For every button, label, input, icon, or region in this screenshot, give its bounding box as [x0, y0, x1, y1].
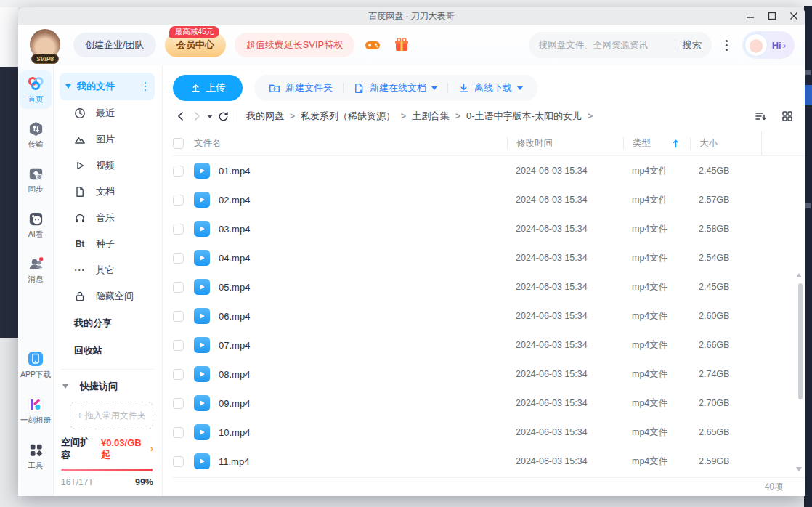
nav-back-button[interactable] — [173, 108, 189, 124]
scrollbar-thumb[interactable] — [798, 283, 803, 399]
file-name[interactable]: 06.mp4 — [219, 311, 507, 322]
item-count: 40项 — [765, 481, 783, 493]
storage-expand-link[interactable]: 空间扩容 ¥0.03/GB起 › — [61, 436, 153, 462]
gift-button[interactable] — [391, 34, 413, 56]
scrollbar-down-arrow[interactable] — [796, 467, 802, 471]
row-checkbox[interactable] — [173, 369, 184, 380]
row-checkbox[interactable] — [173, 398, 184, 409]
maximize-button[interactable] — [761, 7, 783, 25]
sidebar-item-label: 文档 — [96, 185, 115, 198]
assistant-label: Hi — [772, 40, 781, 51]
table-row[interactable]: 04.mp4 2024-06-03 15:34 mp4文件 2.54GB — [173, 243, 805, 272]
row-checkbox[interactable] — [173, 282, 184, 293]
sidebar-item-label: 隐藏空间 — [96, 290, 134, 303]
storage-percent: 99% — [135, 477, 153, 487]
row-checkbox[interactable] — [173, 311, 184, 322]
table-row[interactable]: 10.mp4 2024-06-03 15:34 mp4文件 2.65GB — [173, 418, 805, 447]
row-checkbox[interactable] — [173, 456, 184, 467]
column-header-name[interactable]: 文件名 — [194, 137, 222, 150]
file-type: mp4文件 — [623, 223, 690, 235]
nav-forward-button[interactable] — [189, 108, 205, 124]
table-row[interactable]: 02.mp4 2024-06-03 15:34 mp4文件 2.57GB — [173, 185, 805, 214]
table-row[interactable]: 06.mp4 2024-06-03 15:34 mp4文件 2.60GB — [173, 301, 805, 330]
table-row[interactable]: 08.mp4 2024-06-03 15:34 mp4文件 2.74GB — [173, 360, 805, 389]
column-header-time[interactable]: 修改时间 — [507, 137, 623, 150]
sidebar-item-documents[interactable]: 文档 — [60, 179, 155, 205]
file-name[interactable]: 11.mp4 — [219, 456, 507, 467]
column-header-type[interactable]: 类型 — [623, 137, 690, 150]
file-name[interactable]: 01.mp4 — [219, 166, 507, 177]
row-checkbox[interactable] — [173, 340, 184, 351]
rail-item-ai-view[interactable]: AI看 — [20, 206, 52, 244]
new-folder-button[interactable]: 新建文件夹 — [259, 81, 343, 94]
table-row[interactable]: 07.mp4 2024-06-03 15:34 mp4文件 2.66GB — [173, 330, 805, 360]
breadcrumb-item[interactable]: 土剧合集 — [412, 110, 450, 123]
file-name[interactable]: 07.mp4 — [219, 340, 507, 351]
file-type: mp4文件 — [623, 281, 690, 293]
file-name[interactable]: 03.mp4 — [219, 224, 507, 235]
renew-promo-button[interactable]: 超值续费延长SVIP特权 — [235, 33, 355, 57]
file-name[interactable]: 04.mp4 — [219, 253, 507, 264]
transfer-icon — [28, 121, 44, 137]
close-button[interactable] — [783, 7, 805, 25]
upload-button[interactable]: 上传 — [173, 75, 243, 101]
minimize-button[interactable] — [739, 7, 761, 25]
history-dropdown-button[interactable] — [207, 115, 213, 118]
my-files-more-icon[interactable] — [142, 79, 150, 94]
table-row[interactable]: 03.mp4 2024-06-03 15:34 mp4文件 2.58GB — [173, 214, 805, 243]
row-checkbox[interactable] — [173, 427, 184, 438]
rail-item-messages[interactable]: 消息 — [20, 251, 52, 289]
sidebar-quick-access[interactable]: 快捷访问 — [60, 374, 155, 399]
row-checkbox[interactable] — [173, 166, 184, 177]
rail-item-home[interactable]: 首页 — [20, 70, 52, 109]
column-header-size[interactable]: 大小 — [690, 137, 761, 150]
row-checkbox[interactable] — [173, 253, 184, 264]
drop-favorite-folder-zone[interactable]: + 拖入常用文件夹 — [70, 402, 153, 429]
table-row[interactable]: 11.mp4 2024-06-03 15:34 mp4文件 2.59GB — [173, 447, 805, 476]
sidebar-my-files[interactable]: 我的文件 — [60, 73, 155, 100]
rail-item-sync[interactable]: 同步 — [20, 161, 52, 199]
sidebar-item-my-share[interactable]: 我的分享 — [60, 309, 155, 337]
create-team-button[interactable]: 创建企业/团队 — [73, 33, 156, 57]
rail-item-transfer[interactable]: 传输 — [20, 115, 52, 154]
file-size: 2.65GB — [690, 427, 761, 437]
sidebar-item-images[interactable]: 图片 — [60, 126, 155, 153]
sidebar-item-recycle-bin[interactable]: 回收站 — [60, 337, 155, 365]
row-checkbox[interactable] — [173, 224, 184, 235]
sidebar-item-music[interactable]: 音乐 — [60, 205, 155, 231]
table-row[interactable]: 09.mp4 2024-06-03 15:34 mp4文件 2.70GB — [173, 389, 805, 418]
file-name[interactable]: 05.mp4 — [219, 282, 507, 293]
video-file-icon — [194, 308, 210, 324]
file-name[interactable]: 08.mp4 — [219, 369, 507, 380]
table-row[interactable]: 05.mp4 2024-06-03 15:34 mp4文件 2.45GB — [173, 272, 805, 301]
sidebar-item-videos[interactable]: 视频 — [60, 153, 155, 179]
new-online-doc-button[interactable]: 新建在线文档 — [344, 81, 447, 94]
rail-item-album[interactable]: 一刻相册 — [20, 391, 52, 430]
assistant-button[interactable]: Hi › — [742, 31, 795, 59]
sidebar-item-other[interactable]: ··· 其它 — [60, 257, 155, 283]
refresh-button[interactable] — [215, 108, 231, 124]
scrollbar-up-arrow[interactable] — [796, 273, 802, 277]
offline-download-button[interactable]: 离线下载 — [448, 81, 533, 94]
sidebar-item-recent[interactable]: 最近 — [60, 100, 155, 126]
user-avatar[interactable]: SVIP8 — [28, 28, 62, 62]
rail-item-app-download[interactable]: APP下载 — [20, 345, 52, 384]
sidebar-item-hidden-space[interactable]: 隐藏空间 — [60, 283, 155, 309]
file-name[interactable]: 09.mp4 — [219, 398, 507, 409]
row-checkbox[interactable] — [173, 195, 184, 206]
sidebar-item-torrents[interactable]: Bt 种子 — [60, 231, 155, 257]
file-name[interactable]: 10.mp4 — [219, 427, 507, 438]
breadcrumb-item[interactable]: 0-土语中字版本-太阳的女儿 — [466, 110, 582, 123]
search-button[interactable]: 搜索 — [683, 38, 702, 52]
game-center-button[interactable] — [362, 34, 383, 56]
sort-order-button[interactable] — [755, 110, 767, 122]
table-row[interactable]: 01.mp4 2024-06-03 15:34 mp4文件 2.45GB — [173, 156, 805, 185]
more-menu-button[interactable] — [718, 40, 736, 51]
select-all-checkbox[interactable] — [173, 138, 184, 149]
file-name[interactable]: 02.mp4 — [219, 195, 507, 206]
search-input[interactable] — [539, 40, 672, 50]
breadcrumb-item[interactable]: 我的网盘 — [246, 110, 284, 123]
rail-item-tools[interactable]: 工具 — [20, 437, 52, 475]
grid-view-button[interactable] — [781, 110, 793, 122]
breadcrumb-item[interactable]: 私发系列（稀缺资源） — [301, 110, 395, 123]
